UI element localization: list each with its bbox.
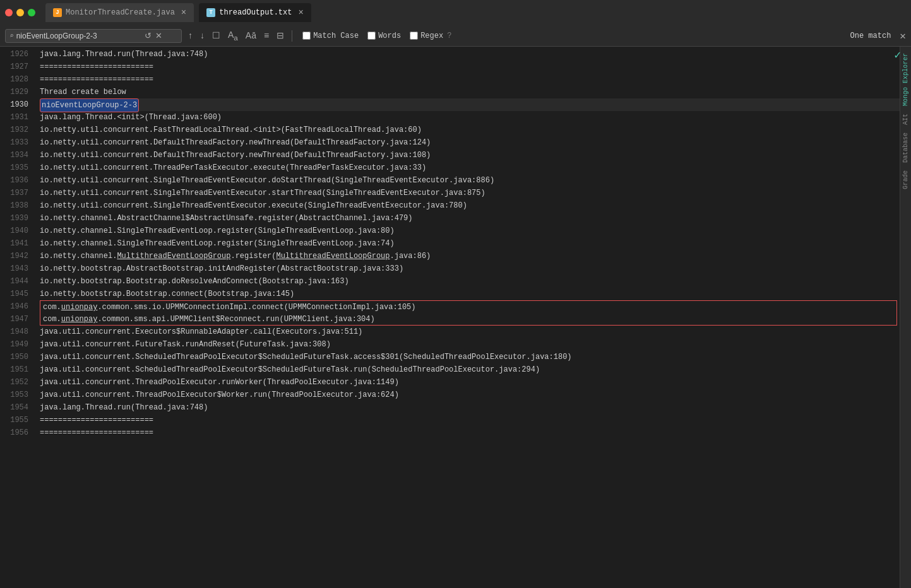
code-line-1926: java.lang.Thread.run(Thread.java:748): [40, 48, 900, 61]
code-line-1948: java.util.concurrent.Executors$RunnableA…: [40, 326, 900, 338]
panel-alt[interactable]: AIt: [901, 111, 910, 127]
check-mark: ✓: [894, 48, 901, 62]
line-number-1945: 1945: [0, 288, 28, 300]
code-line-1927: =========================: [40, 61, 900, 73]
line-number-1933: 1933: [0, 136, 28, 149]
code-line-1933: io.netty.util.concurrent.DefaultThreadFa…: [40, 136, 900, 149]
close-search-button[interactable]: ✕: [153, 31, 164, 40]
match-case-text: Match Case: [313, 32, 359, 40]
match-result: One match: [850, 32, 891, 40]
panel-database[interactable]: Database: [901, 130, 910, 165]
words-label[interactable]: Words: [367, 32, 401, 40]
line-number-1948: 1948: [0, 326, 28, 338]
ac-button[interactable]: ≡: [261, 29, 271, 42]
regex-label[interactable]: Regex ?: [410, 32, 451, 40]
code-line-1943: io.netty.bootstrap.AbstractBootstrap.ini…: [40, 262, 900, 275]
search-icon: ⌕: [9, 32, 14, 40]
code-line-1955: =========================: [40, 414, 900, 426]
code-line-1944: io.netty.bootstrap.Bootstrap.doResolveAn…: [40, 275, 900, 288]
regex-text: Regex: [420, 32, 443, 40]
filter-button[interactable]: ⊟: [274, 29, 287, 42]
code-line-1935: io.netty.util.concurrent.ThreadPerTaskEx…: [40, 162, 900, 174]
txt-icon: T: [206, 8, 215, 17]
search-divider: [292, 30, 292, 42]
code-line-1942: io.netty.channel.MultithreadEventLoopGro…: [40, 250, 900, 262]
code-line-1938: io.netty.util.concurrent.SingleThreadEve…: [40, 199, 900, 212]
minimize-btn[interactable]: [16, 9, 24, 16]
tab-monitor[interactable]: J MonitorThreadCreate.java ×: [45, 3, 194, 22]
line-number-1937: 1937: [0, 187, 28, 199]
code-line-1932: io.netty.util.concurrent.FastThreadLocal…: [40, 124, 900, 136]
line-number-1926: 1926: [0, 48, 28, 61]
line-number-1931: 1931: [0, 111, 28, 124]
tab-thread-close[interactable]: ×: [298, 8, 303, 18]
line-number-1939: 1939: [0, 212, 28, 225]
panel-grade[interactable]: Grade: [901, 168, 910, 192]
next-match-button[interactable]: ↓: [198, 29, 207, 42]
line-number-1929: 1929: [0, 86, 28, 98]
tab-thread-label: threadOutput.txt: [219, 8, 292, 17]
search-close-button[interactable]: ✕: [900, 30, 906, 42]
tab-thread[interactable]: T threadOutput.txt ×: [199, 3, 311, 22]
tab-monitor-close[interactable]: ×: [181, 8, 186, 18]
search-input-wrap: ⌕ ↺ ✕: [5, 29, 182, 43]
aa-button[interactable]: Aa: [225, 28, 241, 43]
line-number-1943: 1943: [0, 262, 28, 275]
line-number-1928: 1928: [0, 73, 28, 86]
match-case-checkbox[interactable]: [302, 32, 311, 40]
match-case-label[interactable]: Match Case: [302, 32, 359, 40]
ab-button[interactable]: Aā: [243, 29, 259, 42]
search-input[interactable]: [16, 32, 143, 40]
search-bar: ⌕ ↺ ✕ ↑ ↓ ☐ Aa Aā ≡ ⊟ Match Case Words R…: [0, 25, 911, 47]
line-number-1953: 1953: [0, 389, 28, 401]
window-controls: [5, 9, 35, 16]
line-number-1951: 1951: [0, 363, 28, 376]
line-number-1941: 1941: [0, 237, 28, 250]
line-numbers: 1926192719281929193019311932193319341935…: [0, 47, 35, 588]
code-line-1939: io.netty.channel.AbstractChannel$Abstrac…: [40, 212, 900, 225]
code-line-1930: nioEventLoopGroup-2-3: [40, 98, 900, 111]
line-number-1930: 1930: [0, 98, 28, 111]
line-number-1954: 1954: [0, 401, 28, 414]
regex-help: ?: [447, 32, 451, 40]
words-checkbox[interactable]: [367, 32, 376, 40]
java-icon: J: [53, 8, 62, 17]
line-number-1956: 1956: [0, 426, 28, 439]
select-all-button[interactable]: ☐: [210, 29, 223, 42]
prev-match-button[interactable]: ↑: [186, 29, 195, 42]
code-line-1941: io.netty.channel.SingleThreadEventLoop.r…: [40, 237, 900, 250]
panel-mongo[interactable]: Mongo Explorer: [901, 50, 910, 109]
code-area: 1926192719281929193019311932193319341935…: [0, 47, 911, 588]
line-number-1949: 1949: [0, 338, 28, 351]
line-number-1944: 1944: [0, 275, 28, 288]
line-number-1927: 1927: [0, 61, 28, 73]
line-number-1936: 1936: [0, 174, 28, 187]
highlighted-text: nioEventLoopGroup-2-3: [40, 98, 139, 112]
code-line-1950: java.util.concurrent.ScheduledThreadPool…: [40, 351, 900, 363]
code-line-1947: com.unionpay.common.sms.api.UPMMClient$R…: [40, 313, 897, 326]
code-line-1936: io.netty.util.concurrent.SingleThreadEve…: [40, 174, 900, 187]
line-number-1946: 1946: [0, 300, 28, 313]
regex-checkbox[interactable]: [410, 32, 418, 40]
line-number-1938: 1938: [0, 199, 28, 212]
code-line-1946: com.unionpay.common.sms.io.UPMMConnectio…: [40, 300, 897, 313]
tab-monitor-label: MonitorThreadCreate.java: [66, 8, 175, 17]
code-content[interactable]: java.lang.Thread.run(Thread.java:748) ==…: [35, 47, 900, 588]
code-line-1928: =========================: [40, 73, 900, 86]
code-line-1954: java.lang.Thread.run(Thread.java:748): [40, 401, 900, 414]
line-number-1947: 1947: [0, 313, 28, 326]
title-bar: J MonitorThreadCreate.java × T threadOut…: [0, 0, 911, 25]
code-line-1937: io.netty.util.concurrent.SingleThreadEve…: [40, 187, 900, 199]
close-btn[interactable]: [5, 9, 13, 16]
code-line-1952: java.util.concurrent.ThreadPoolExecutor.…: [40, 376, 900, 389]
code-line-1945: io.netty.bootstrap.Bootstrap.connect(Boo…: [40, 288, 900, 300]
line-number-1934: 1934: [0, 149, 28, 162]
clear-search-button[interactable]: ↺: [143, 31, 153, 40]
maximize-btn[interactable]: [28, 9, 35, 16]
code-line-1934: io.netty.util.concurrent.DefaultThreadFa…: [40, 149, 900, 162]
code-line-1951: java.util.concurrent.ScheduledThreadPool…: [40, 363, 900, 376]
checkbox-group: Match Case Words Regex ?: [302, 32, 451, 40]
right-panel: Mongo Explorer AIt Database Grade: [900, 47, 911, 588]
line-number-1952: 1952: [0, 376, 28, 389]
line-number-1942: 1942: [0, 250, 28, 262]
